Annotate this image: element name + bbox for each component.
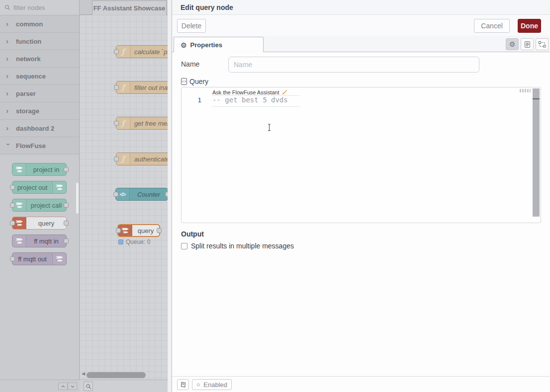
gear-icon: ⚙ xyxy=(509,41,516,48)
circle-icon: ○ xyxy=(196,382,200,388)
node-appearance-button[interactable] xyxy=(536,38,549,50)
text-cursor-icon xyxy=(267,123,272,132)
flow-canvas[interactable]: ƒ calculate `pa ƒ filter out inac ƒ get … xyxy=(80,15,168,380)
palette-search[interactable]: filter nodes xyxy=(0,0,79,15)
input-port[interactable] xyxy=(10,221,15,226)
palette-category-parser[interactable]: › parser xyxy=(0,85,79,102)
search-icon xyxy=(4,4,10,10)
enabled-toggle-button[interactable]: ○ Enabled xyxy=(192,379,232,390)
scroll-left-arrow-icon[interactable]: ◀ xyxy=(82,371,85,376)
assistant-hint[interactable]: Ask the FlowFuse Assistant xyxy=(212,89,288,95)
workspace-footer xyxy=(80,380,168,392)
delete-button[interactable]: Delete xyxy=(177,19,206,33)
tray-tab-bar: ⚙ Properties ⚙ xyxy=(172,36,550,52)
palette-category-flowfuse[interactable]: › FlowFuse xyxy=(0,137,79,155)
done-button[interactable]: Done xyxy=(518,19,541,33)
palette-footer xyxy=(0,380,80,392)
chevron-right-icon: › xyxy=(6,39,11,44)
gear-icon: ⚙ xyxy=(181,42,187,49)
edit-description-button[interactable] xyxy=(521,38,534,50)
output-port[interactable] xyxy=(157,228,162,233)
edit-properties-button[interactable]: ⚙ xyxy=(506,38,519,50)
node-info-button[interactable] xyxy=(177,379,189,390)
input-port[interactable] xyxy=(116,228,121,233)
editor-scrollbar[interactable] xyxy=(533,88,540,217)
edit-tray: Edit query node Delete Cancel Done ⚙ Pro… xyxy=(172,0,550,392)
output-port[interactable] xyxy=(64,238,69,243)
flow-node-get-free-mem[interactable]: ƒ get free mem xyxy=(116,117,168,130)
search-icon xyxy=(86,384,92,390)
chevron-right-icon: › xyxy=(6,74,11,78)
input-port[interactable] xyxy=(114,49,119,54)
chevron-down-icon: › xyxy=(6,143,11,148)
node-status: Queue: 0 xyxy=(118,238,150,245)
output-port[interactable] xyxy=(64,203,69,208)
flow-node-query-selected[interactable]: query xyxy=(117,224,160,237)
input-port[interactable] xyxy=(114,157,119,161)
output-port[interactable] xyxy=(64,167,69,172)
palette-node-project-call[interactable]: project call xyxy=(12,199,67,212)
zoom-button[interactable] xyxy=(84,382,93,391)
query-code-editor[interactable]: Ask the FlowFuse Assistant 1 -- get best… xyxy=(181,87,541,223)
split-results-label: Split results in multiple messages xyxy=(191,242,294,250)
editor-minimap xyxy=(520,89,531,92)
chevron-up-icon xyxy=(61,385,66,389)
chevron-right-icon: › xyxy=(6,126,11,131)
flowfuse-logo-icon xyxy=(12,163,26,175)
split-results-row: Split results in multiple messages xyxy=(181,242,294,250)
flow-node-filter[interactable]: ƒ filter out inac xyxy=(116,81,168,94)
object-group-icon xyxy=(539,41,546,48)
palette-category-function[interactable]: › function xyxy=(0,33,79,50)
flow-node-counter[interactable]: </> Counter xyxy=(115,188,168,201)
collapse-all-button[interactable] xyxy=(58,383,68,390)
palette-node-query[interactable]: query xyxy=(12,217,67,230)
document-icon xyxy=(525,41,530,48)
palette-node-project-out[interactable]: project out xyxy=(12,181,67,194)
input-port[interactable] xyxy=(10,185,15,190)
magic-wand-icon xyxy=(281,89,288,95)
flow-node-calculate[interactable]: ƒ calculate `pa xyxy=(116,45,168,58)
horizontal-scrollbar[interactable] xyxy=(87,372,146,378)
name-label: Name xyxy=(181,60,199,68)
tray-title: Edit query node xyxy=(172,0,550,15)
chevron-right-icon: › xyxy=(6,56,11,61)
flow-tab[interactable]: FF Assistant Showcase xyxy=(92,0,167,15)
input-port[interactable] xyxy=(114,121,119,126)
palette-category-common[interactable]: › common xyxy=(0,15,79,33)
book-icon xyxy=(180,382,186,388)
palette-category-network[interactable]: › network xyxy=(0,50,79,68)
palette-node-ff-mqtt-out[interactable]: ff mqtt out xyxy=(12,252,67,265)
tab-properties[interactable]: ⚙ Properties xyxy=(174,37,264,53)
chevron-right-icon: › xyxy=(6,108,11,113)
name-input[interactable] xyxy=(228,57,479,73)
palette-category-dashboard2[interactable]: › dashboard 2 xyxy=(0,120,79,137)
palette-node-project-in[interactable]: project in xyxy=(12,163,67,176)
query-label: Query xyxy=(189,78,208,85)
split-results-checkbox[interactable] xyxy=(181,243,187,249)
cancel-button[interactable]: Cancel xyxy=(474,19,510,33)
output-section-label: Output xyxy=(181,230,204,238)
input-port[interactable] xyxy=(10,256,15,261)
status-dot-icon xyxy=(118,239,123,244)
palette-node-ff-mqtt-in[interactable]: ff mqtt in xyxy=(12,235,67,247)
decoration-line xyxy=(212,106,300,107)
palette-category-storage[interactable]: › storage xyxy=(0,102,79,120)
palette-sidebar: filter nodes › common › function › netwo… xyxy=(0,0,80,392)
editor-scroll-marker xyxy=(533,98,540,99)
input-port[interactable] xyxy=(114,85,119,90)
tray-toolbar: Delete Cancel Done xyxy=(172,15,550,36)
input-port[interactable] xyxy=(10,203,15,208)
tray-body: Name Query Ask the FlowFuse Assistant 1 … xyxy=(172,52,550,376)
flow-node-authenticate[interactable]: ƒ authenticateU xyxy=(116,153,168,165)
palette-scrollbar[interactable] xyxy=(76,183,79,214)
output-port[interactable] xyxy=(64,221,69,226)
palette-search-placeholder: filter nodes xyxy=(13,4,45,11)
flow-tab-bar: FF Assistant Showcase xyxy=(80,0,168,15)
flowfuse-logo-icon xyxy=(52,253,66,265)
expand-all-button[interactable] xyxy=(68,383,77,390)
input-port[interactable] xyxy=(113,192,118,197)
workspace: FF Assistant Showcase ƒ calculate `pa ƒ … xyxy=(80,0,168,392)
palette-category-sequence[interactable]: › sequence xyxy=(0,68,79,85)
flowfuse-logo-icon xyxy=(12,235,26,247)
sidebar-separator[interactable] xyxy=(168,0,172,392)
